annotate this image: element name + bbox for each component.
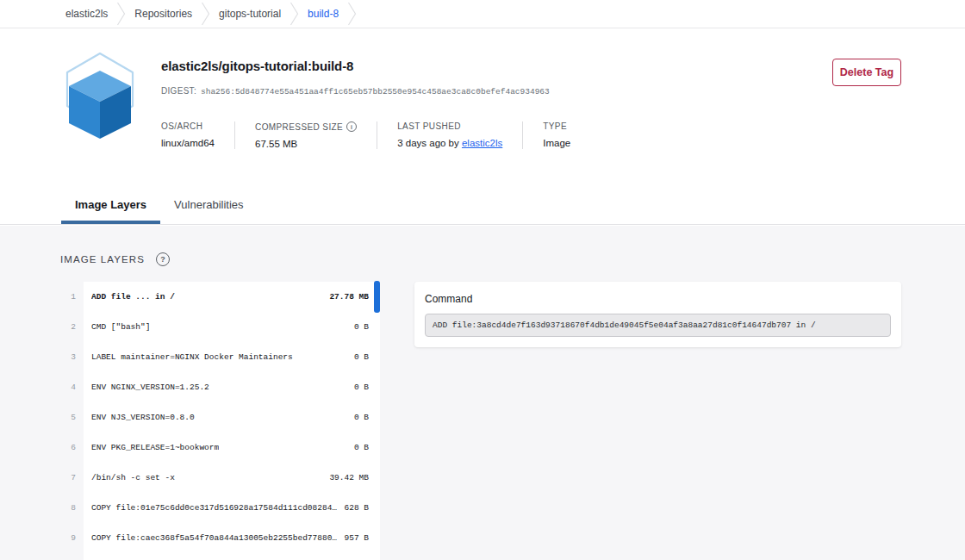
- breadcrumb-link[interactable]: Repositories: [126, 8, 201, 20]
- breadcrumb-item: build-8: [299, 0, 357, 28]
- layer-row[interactable]: 5 ENV NJS_VERSION=0.8.0 0 B: [84, 402, 380, 432]
- layer-number: 2: [59, 322, 76, 332]
- breadcrumb-item: Repositories: [126, 0, 210, 28]
- layer-row[interactable]: 7 /bin/sh -c set -x 39.42 MB: [84, 463, 380, 493]
- meta-label-text: COMPRESSED SIZE: [255, 122, 343, 132]
- layer-command: LABEL maintainer=NGINX Docker Maintainer…: [91, 352, 293, 362]
- tab-label: Image Layers: [75, 198, 146, 211]
- meta-value: linux/amd64: [161, 138, 215, 148]
- layers-heading-text: IMAGE LAYERS: [60, 254, 145, 264]
- layer-number: 6: [59, 443, 76, 452]
- layer-command: COPY file:01e75c6dd0ce317d516928a17584d1…: [91, 503, 337, 513]
- layer-number: 3: [59, 352, 76, 362]
- tab[interactable]: Vulnerabilities: [160, 185, 257, 224]
- meta-label: COMPRESSED SIZE i: [255, 121, 357, 132]
- image-tag-page: elastic2ls Repositories gitops-tutorial: [0, 0, 965, 560]
- layer-number: 4: [59, 383, 76, 392]
- layer-size: 27.78 MB: [322, 292, 369, 302]
- digest: DIGEST: sha256:5d848774e55a451aa4ff1c65e…: [161, 86, 550, 96]
- breadcrumb-separator-icon: [290, 0, 299, 28]
- breadcrumb-separator-icon: [347, 0, 357, 28]
- layer-command: ENV NGINX_VERSION=1.25.2: [91, 383, 209, 392]
- layer-size: 0 B: [347, 383, 369, 392]
- layer-row[interactable]: 3 LABEL maintainer=NGINX Docker Maintain…: [84, 342, 380, 372]
- tab[interactable]: Image Layers: [61, 185, 160, 224]
- command-value-field: ADD file:3a8cd4de7f163d93718670f4db1de49…: [425, 314, 891, 337]
- breadcrumb-item: gitops-tutorial: [210, 0, 299, 28]
- breadcrumb-separator-icon: [116, 0, 126, 28]
- meta-value-text: linux/amd64: [161, 138, 215, 148]
- meta-value-text: Image: [543, 138, 570, 148]
- layer-size: 0 B: [347, 413, 369, 422]
- layer-command: ADD file ... in /: [91, 292, 175, 302]
- breadcrumb-link[interactable]: gitops-tutorial: [210, 8, 290, 20]
- image-meta-row: OS/ARCH i linux/amd64 COMPRESSED SIZE i …: [161, 121, 610, 149]
- meta-column: OS/ARCH i linux/amd64: [161, 121, 235, 149]
- meta-value-text: 3 days ago by: [397, 138, 462, 148]
- digest-value: sha256:5d848774e55a451aa4ff1c65eb57bb255…: [201, 87, 550, 96]
- digest-label: DIGEST:: [161, 86, 196, 96]
- layer-command: COPY file:caec368f5a54f70a844a13005eb225…: [91, 533, 337, 543]
- layer-row[interactable]: 1 ADD file ... in / 27.78 MB: [84, 282, 380, 312]
- tab-label: Vulnerabilities: [174, 198, 243, 211]
- meta-value: 3 days ago by elastic2ls: [397, 138, 502, 148]
- meta-label: LAST PUSHED i: [397, 121, 502, 131]
- breadcrumb-link[interactable]: build-8: [299, 8, 347, 20]
- meta-column: COMPRESSED SIZE i 67.55 MB: [255, 121, 377, 149]
- layer-number: 8: [59, 503, 76, 513]
- meta-column: LAST PUSHED i 3 days ago by elastic2ls: [397, 121, 523, 149]
- meta-label-text: OS/ARCH: [161, 121, 202, 131]
- layer-command: /bin/sh -c set -x: [91, 473, 175, 482]
- layer-command: ENV PKG_RELEASE=1~bookworm: [91, 443, 219, 452]
- meta-label-text: LAST PUSHED: [397, 121, 461, 131]
- layer-size: 957 B: [337, 533, 369, 543]
- meta-label-text: TYPE: [543, 121, 567, 131]
- cube-logo: [55, 49, 143, 139]
- layer-row[interactable]: 4 ENV NGINX_VERSION=1.25.2 0 B: [84, 372, 380, 402]
- layer-number: 9: [59, 533, 76, 543]
- tab-bar: Image Layers Vulnerabilities: [0, 185, 965, 225]
- meta-value-text: 67.55 MB: [255, 139, 297, 149]
- breadcrumb-item: elastic2ls: [57, 0, 126, 28]
- layer-row[interactable]: 2 CMD ["bash"] 0 B: [84, 312, 380, 342]
- meta-label: TYPE i: [543, 121, 570, 131]
- info-icon[interactable]: i: [346, 121, 357, 132]
- layer-number: 1: [59, 292, 76, 302]
- layer-size: 628 B: [337, 503, 369, 513]
- layer-row[interactable]: 9 COPY file:caec368f5a54f70a844a13005eb2…: [84, 523, 380, 553]
- meta-value: Image: [543, 138, 570, 148]
- layers-heading: IMAGE LAYERS ?: [60, 252, 170, 266]
- command-card: Command ADD file:3a8cd4de7f163d93718670f…: [414, 282, 901, 347]
- question-circle-icon[interactable]: ?: [156, 252, 170, 266]
- breadcrumb-separator-icon: [201, 0, 210, 28]
- meta-column: TYPE i Image: [543, 121, 590, 149]
- meta-value: 67.55 MB: [255, 139, 357, 149]
- layer-size: 0 B: [347, 352, 369, 362]
- layer-row[interactable]: 6 ENV PKG_RELEASE=1~bookworm 0 B: [84, 432, 380, 463]
- breadcrumb: elastic2ls Repositories gitops-tutorial: [0, 0, 965, 28]
- delete-tag-button[interactable]: Delete Tag: [832, 59, 901, 86]
- layer-number: 5: [59, 413, 76, 422]
- layer-list: 1 ADD file ... in / 27.78 MB 2 CMD ["bas…: [84, 282, 380, 560]
- meta-user-link[interactable]: elastic2ls: [462, 138, 502, 148]
- image-layers-panel: IMAGE LAYERS ? 1 ADD file ... in / 27.78…: [0, 226, 965, 560]
- meta-label: OS/ARCH i: [161, 121, 215, 131]
- page-title: elastic2ls/gitops-tutorial:build-8: [161, 59, 353, 73]
- breadcrumb-link[interactable]: elastic2ls: [57, 8, 116, 20]
- layer-size: 39.42 MB: [322, 473, 369, 482]
- selected-layer-indicator: [374, 281, 380, 313]
- layer-size: 0 B: [347, 322, 369, 332]
- layer-command: CMD ["bash"]: [91, 322, 150, 332]
- command-card-title: Command: [425, 293, 891, 305]
- layer-size: 0 B: [347, 443, 369, 452]
- layer-command: ENV NJS_VERSION=0.8.0: [91, 413, 195, 422]
- layer-row[interactable]: 8 COPY file:01e75c6dd0ce317d516928a17584…: [84, 493, 380, 523]
- layer-number: 7: [59, 473, 76, 482]
